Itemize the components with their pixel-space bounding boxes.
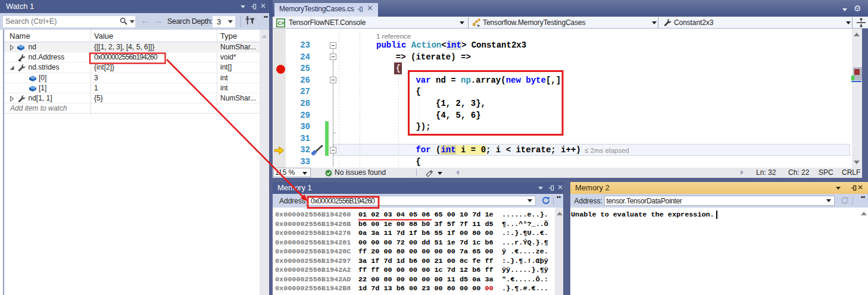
svg-text:C#: C# [277, 20, 285, 26]
